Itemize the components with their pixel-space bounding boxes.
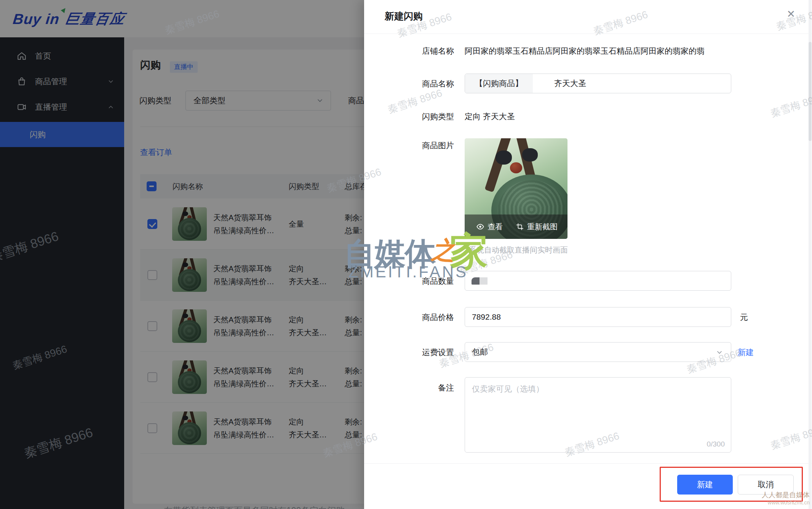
- image-caption: 系统自动截取直播间实时画面: [469, 245, 568, 255]
- product-image-label: 商品图片: [364, 140, 454, 151]
- shipping-select[interactable]: 包邮: [465, 342, 731, 362]
- char-counter: 0/300: [707, 440, 725, 448]
- price-unit: 元: [740, 312, 748, 323]
- flash-type-value: 定向 齐天大圣: [465, 111, 515, 122]
- close-icon[interactable]: ✕: [786, 9, 795, 19]
- modal-dim-overlay[interactable]: [0, 0, 364, 509]
- shipping-value: 包邮: [465, 347, 488, 357]
- remark-field: 0/300: [465, 377, 731, 453]
- divider: [364, 34, 812, 34]
- chevron-down-icon: [716, 349, 723, 356]
- product-name-label: 商品名称: [364, 78, 454, 89]
- product-image: 查看 重新截图: [465, 138, 567, 239]
- shop-name-value: 阿田家的翡翠玉石精品店阿田家的翡翠玉石精品店阿田家的翡家的翡: [465, 46, 731, 56]
- divider: [364, 463, 812, 464]
- cancel-button[interactable]: 取消: [738, 475, 794, 495]
- drawer-title: 新建闪购: [385, 10, 423, 22]
- product-name-value: 齐天大圣: [554, 78, 586, 89]
- view-image-button[interactable]: 查看: [476, 222, 503, 232]
- scrollbar-thumb[interactable]: [809, 42, 812, 141]
- crop-icon: [516, 222, 524, 231]
- recapture-button[interactable]: 重新截图: [516, 222, 558, 232]
- app-root: Buy in 巨量百应 首页 商品管理 直播管理 闪购 闪购 直播中 闪购类型 …: [0, 0, 812, 509]
- price-input[interactable]: [465, 312, 731, 322]
- quantity-label: 商品数量: [364, 276, 454, 287]
- create-flash-sale-drawer: 新建闪购 ✕ 店铺名称 阿田家的翡翠玉石精品店阿田家的翡翠玉石精品店阿田家的翡家…: [364, 0, 812, 509]
- redacted-value: [472, 277, 488, 285]
- shop-name-label: 店铺名称: [364, 46, 454, 56]
- product-name-prefix: 【闪购商品】: [465, 74, 533, 93]
- price-input-wrap: [465, 307, 731, 327]
- product-name-input[interactable]: 【闪购商品】 齐天大圣: [465, 74, 731, 93]
- view-image-label: 查看: [488, 222, 503, 232]
- quantity-input[interactable]: [465, 271, 731, 291]
- remark-label: 备注: [364, 383, 454, 393]
- recapture-label: 重新截图: [527, 222, 558, 232]
- drawer-scrollbar: [809, 0, 812, 509]
- image-actions-bar: 查看 重新截图: [465, 214, 567, 239]
- eye-icon: [476, 222, 484, 231]
- price-label: 商品价格: [364, 312, 454, 323]
- shipping-label: 运费设置: [364, 347, 454, 358]
- flash-type-label: 闪购类型: [364, 111, 454, 122]
- remark-textarea[interactable]: [465, 378, 731, 452]
- new-shipping-link[interactable]: 新建: [738, 347, 754, 358]
- create-button[interactable]: 新建: [677, 475, 733, 495]
